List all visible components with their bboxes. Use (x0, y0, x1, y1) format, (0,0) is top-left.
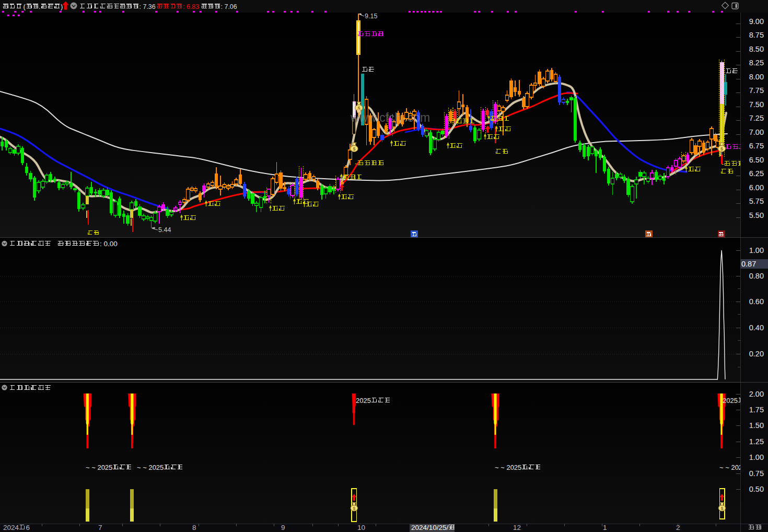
svg-text:12: 12 (513, 524, 521, 531)
svg-text:9: 9 (281, 524, 285, 531)
svg-text:7.50: 7.50 (749, 100, 764, 109)
svg-text:-: - (355, 159, 357, 167)
svg-text:7.75: 7.75 (749, 86, 764, 95)
svg-text:0.80: 0.80 (749, 272, 764, 280)
svg-text:-: - (722, 160, 724, 168)
svg-text:0.87: 0.87 (741, 260, 756, 268)
svg-text:7.25: 7.25 (749, 114, 764, 122)
svg-text:6.00: 6.00 (749, 183, 764, 192)
svg-text:1.75: 1.75 (749, 406, 764, 414)
svg-text:6: 6 (26, 524, 30, 531)
svg-text:0.40: 0.40 (749, 323, 764, 332)
svg-text:$: $ (353, 506, 355, 511)
svg-text:9.00: 9.00 (749, 17, 764, 26)
svg-text:1.50: 1.50 (749, 421, 764, 430)
svg-text:7: 7 (98, 524, 102, 531)
svg-text:0.60: 0.60 (749, 297, 764, 306)
svg-text:~ ~ 2025: ~ ~ 2025 (495, 464, 521, 471)
svg-text:0.75: 0.75 (749, 469, 764, 478)
svg-text:8.75: 8.75 (749, 31, 764, 39)
svg-text:2024/10/25/: 2024/10/25/ (411, 524, 449, 531)
svg-text:6.25: 6.25 (749, 169, 764, 178)
svg-text:0.20: 0.20 (749, 350, 764, 358)
svg-text:$: $ (720, 146, 723, 152)
svg-text:www.cfchi.com: www.cfchi.com (350, 111, 430, 124)
svg-text:0.50: 0.50 (749, 485, 764, 493)
svg-text:7.00: 7.00 (749, 128, 764, 136)
svg-text:5.75: 5.75 (749, 197, 764, 205)
svg-text:5.44: 5.44 (158, 226, 171, 234)
svg-text:8.25: 8.25 (749, 59, 764, 67)
svg-text:8: 8 (192, 524, 196, 531)
svg-text:: 7.36: : 7.36 (139, 3, 156, 10)
svg-text:9.15: 9.15 (365, 13, 377, 20)
svg-text:8.50: 8.50 (749, 45, 764, 53)
svg-text:$: $ (721, 506, 724, 511)
svg-text:2025: 2025 (723, 397, 738, 404)
svg-text:: 6.83: : 6.83 (183, 3, 199, 10)
svg-text:6.50: 6.50 (749, 156, 764, 164)
svg-text:2024: 2024 (3, 524, 19, 531)
svg-text:1.25: 1.25 (749, 437, 764, 446)
svg-text:$: $ (353, 146, 355, 152)
svg-text:10: 10 (357, 524, 365, 531)
svg-text:1: 1 (603, 524, 607, 531)
svg-text:~ ~ 2025: ~ ~ 2025 (86, 464, 112, 471)
svg-text:): ) (61, 3, 63, 10)
svg-text:5.50: 5.50 (749, 211, 764, 219)
svg-text:1.00: 1.00 (749, 246, 764, 255)
svg-text:: 0.00: : 0.00 (100, 240, 118, 248)
svg-text:2.00: 2.00 (749, 390, 764, 398)
svg-text:(: ( (24, 3, 26, 10)
svg-text:.: . (39, 3, 41, 10)
svg-text:6.75: 6.75 (749, 142, 764, 150)
svg-text:1.00: 1.00 (749, 453, 764, 461)
svg-text:8.00: 8.00 (749, 73, 764, 81)
svg-text:2025: 2025 (356, 397, 371, 404)
svg-text:~ ~ 2025: ~ ~ 2025 (137, 464, 164, 471)
svg-text:: 7.06: : 7.06 (221, 3, 237, 10)
svg-text:2: 2 (676, 524, 680, 531)
